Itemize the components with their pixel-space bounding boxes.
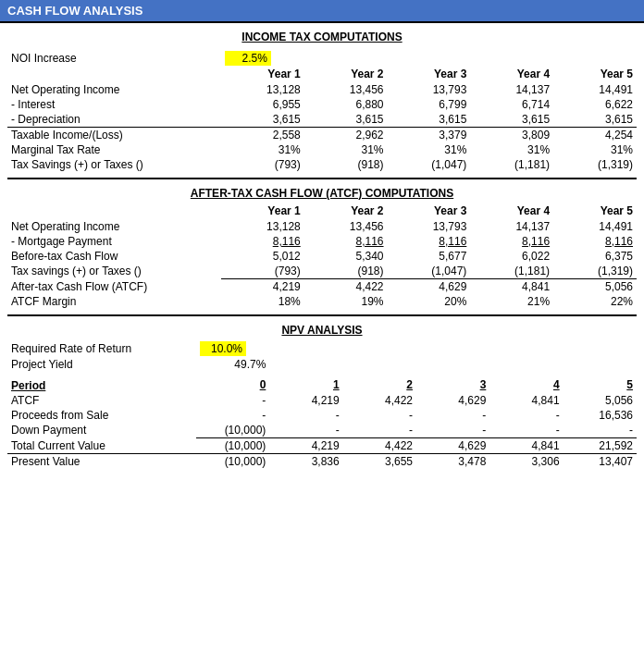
it-val-0-1: 13,456 [304,82,388,97]
atcf-val-5-1: 19% [304,294,388,309]
it-val-1-3: 6,714 [470,97,553,112]
npv-val-2-3: - [416,423,489,438]
it-row-1: - Interest 6,955 6,880 6,799 6,714 6,622 [7,97,637,112]
atcf-row-3: Tax savings (+) or Taxes () (793) (918) … [7,264,637,279]
npv-val-1-0: - [196,408,269,423]
atcf-section: AFTER-TAX CASH FLOW (ATCF) COMPUTATIONS … [7,187,637,309]
atcf-val-3-2: (1,047) [388,264,471,279]
npv-val-2-0: (10,000) [196,423,269,438]
pv-val-3: 3,478 [416,454,489,470]
it-val-3-4: 4,254 [553,128,637,143]
it-val-3-0: 2,558 [221,128,304,143]
npv-val-0-4: 4,841 [489,393,563,408]
npv-val-3-0: (10,000) [196,438,269,454]
npv-val-2-2: - [343,423,416,438]
npv-label-2: Down Payment [7,423,196,438]
npv-val-3-2: 4,422 [343,438,416,454]
atcf-val-1-4: 8,116 [553,234,637,249]
it-val-5-2: (1,047) [388,157,471,172]
npv-label-3: Total Current Value [7,438,196,454]
atcf-val-0-4: 14,491 [553,219,637,234]
atcf-row-5: ATCF Margin 18% 19% 20% 21% 22% [7,294,637,309]
npv-title: NPV ANALYSIS [7,324,637,337]
npv-val-1-4: - [489,408,563,423]
atcf-val-3-3: (1,181) [470,264,553,279]
npv-label-1: Proceeds from Sale [7,408,196,423]
income-tax-title: INCOME TAX COMPUTATIONS [7,31,637,43]
npv-val-1-5: 16,536 [564,408,637,423]
it-val-0-3: 14,137 [470,82,553,97]
it-val-2-1: 3,615 [304,112,388,128]
it-val-5-4: (1,319) [553,157,637,172]
atcf-val-0-1: 13,456 [304,219,388,234]
atcf-val-2-3: 6,022 [470,249,553,264]
project-yield-row: Project Yield 49.7% [7,357,637,372]
npv-val-2-4: - [489,423,563,438]
npv-row-2: Down Payment (10,000) - - - - - [7,423,637,438]
atcf-val-0-3: 14,137 [470,219,553,234]
atcf-val-4-1: 4,422 [304,279,388,295]
npv-row-1: Proceeds from Sale - - - - - 16,536 [7,408,637,423]
header: CASH FLOW ANALYSIS [0,0,644,23]
atcf-val-4-2: 4,629 [388,279,471,295]
npv-val-1-2: - [343,408,416,423]
it-label-1: - Interest [7,97,221,112]
it-val-1-4: 6,622 [553,97,637,112]
atcf-val-4-0: 4,219 [221,279,304,295]
it-val-3-1: 2,962 [304,128,388,143]
atcf-val-1-0: 8,116 [221,234,304,249]
npv-val-1-1: - [269,408,342,423]
atcf-val-2-0: 5,012 [221,249,304,264]
it-val-3-3: 3,809 [470,128,553,143]
atcf-col-y1: Year 1 [221,203,304,219]
project-yield-value: 49.7% [196,357,269,372]
npv-val-3-4: 4,841 [489,438,563,454]
it-label-5: Tax Savings (+) or Taxes () [7,157,221,172]
atcf-val-4-4: 5,056 [553,279,637,295]
atcf-val-1-3: 8,116 [470,234,553,249]
npv-col-4: 4 [489,377,563,393]
it-row-0: Net Operating Income 13,128 13,456 13,79… [7,82,637,97]
it-val-1-1: 6,880 [304,97,388,112]
npv-row-0: ATCF - 4,219 4,422 4,629 4,841 5,056 [7,393,637,408]
it-row-5: Tax Savings (+) or Taxes () (793) (918) … [7,157,637,172]
it-row-3: Taxable Income/(Loss) 2,558 2,962 3,379 … [7,128,637,143]
npv-val-3-5: 21,592 [564,438,637,454]
atcf-val-1-1: 8,116 [304,234,388,249]
header-title: CASH FLOW ANALYSIS [7,4,142,18]
it-row-2: - Depreciation 3,615 3,615 3,615 3,615 3… [7,112,637,128]
it-val-0-2: 13,793 [388,82,471,97]
it-label-3: Taxable Income/(Loss) [7,128,221,143]
atcf-val-0-0: 13,128 [221,219,304,234]
npv-val-0-2: 4,422 [343,393,416,408]
required-rate-label: Required Rate of Return [7,340,196,357]
income-tax-section: INCOME TAX COMPUTATIONS NOI Increase 2.5… [7,31,637,172]
atcf-val-3-1: (918) [304,264,388,279]
atcf-label-3: Tax savings (+) or Taxes () [7,264,221,279]
atcf-col-y3: Year 3 [388,203,471,219]
it-label-0: Net Operating Income [7,82,221,97]
it-val-0-0: 13,128 [221,82,304,97]
required-rate-value: 10.0% [200,341,246,356]
pv-label: Present Value [7,454,196,470]
atcf-row-4: After-tax Cash Flow (ATCF) 4,219 4,422 4… [7,279,637,295]
atcf-row-2: Before-tax Cash Flow 5,012 5,340 5,677 6… [7,249,637,264]
atcf-val-4-3: 4,841 [470,279,553,295]
noi-increase-value: 2.5% [225,51,271,66]
it-val-4-2: 31% [388,142,471,157]
it-val-4-4: 31% [553,142,637,157]
npv-col-0: 0 [196,377,269,393]
it-val-1-2: 6,799 [388,97,471,112]
atcf-val-5-2: 20% [388,294,471,309]
npv-val-2-1: - [269,423,342,438]
atcf-val-3-0: (793) [221,264,304,279]
atcf-row-0: Net Operating Income 13,128 13,456 13,79… [7,219,637,234]
it-val-4-3: 31% [470,142,553,157]
atcf-val-0-2: 13,793 [388,219,471,234]
npv-val-2-5: - [564,423,637,438]
atcf-label-4: After-tax Cash Flow (ATCF) [7,279,221,295]
npv-val-0-0: - [196,393,269,408]
npv-col-5: 5 [564,377,637,393]
it-val-2-4: 3,615 [553,112,637,128]
npv-label-0: ATCF [7,393,196,408]
